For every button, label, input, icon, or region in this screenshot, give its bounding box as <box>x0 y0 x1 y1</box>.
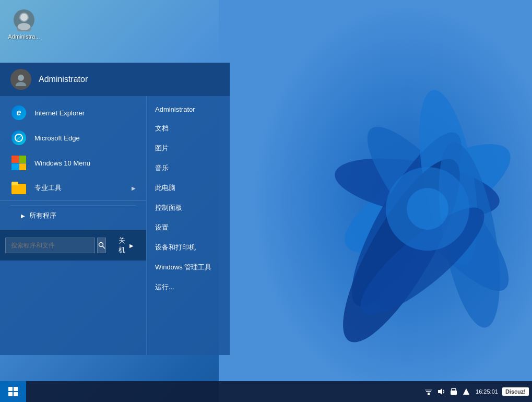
svg-rect-23 <box>14 392 18 396</box>
right-item-wintools[interactable]: Windows 管理工具 <box>147 257 230 277</box>
menu-item-edge[interactable]: Microsoft Edge <box>0 125 146 150</box>
left-column: e Internet Explorer Microsoft Edge <box>0 96 146 355</box>
bottom-bar: 关机 ▶ <box>0 230 146 261</box>
right-item-controlpanel[interactable]: 控制面板 <box>147 198 230 218</box>
user-header[interactable]: Administrator <box>0 63 230 96</box>
svg-point-15 <box>18 23 30 30</box>
menu-item-ie[interactable]: e Internet Explorer <box>0 100 146 125</box>
menu-item-win10menu[interactable]: Windows 10 Menu <box>0 150 146 175</box>
shutdown-arrow-icon: ▶ <box>129 243 134 249</box>
admin-avatar-icon <box>11 7 37 32</box>
svg-rect-21 <box>14 387 18 391</box>
shutdown-button[interactable]: 关机 ▶ <box>111 233 141 257</box>
svg-point-14 <box>20 14 28 21</box>
admin-icon-label: Administra... <box>8 33 40 40</box>
right-controlpanel-label: 控制面板 <box>155 203 182 212</box>
win10menu-label: Windows 10 Menu <box>34 159 136 167</box>
right-devices-label: 设备和打印机 <box>155 243 196 252</box>
svg-rect-22 <box>8 392 13 396</box>
user-name-label: Administrator <box>39 75 88 84</box>
desktop-wallpaper <box>219 0 532 402</box>
svg-rect-25 <box>426 391 431 392</box>
all-programs-arrow-icon: ▶ <box>21 213 25 219</box>
desktop-icon-admin[interactable]: Administra... <box>3 5 45 42</box>
all-programs-label: 所有程序 <box>29 211 56 220</box>
discuz-badge[interactable]: Discuz! <box>502 387 529 396</box>
tray-notification-icon[interactable] <box>461 386 471 397</box>
tray-security-icon[interactable] <box>448 386 459 397</box>
svg-rect-29 <box>451 391 457 395</box>
right-pictures-label: 图片 <box>155 144 169 153</box>
right-item-devices[interactable]: 设备和打印机 <box>147 238 230 257</box>
svg-line-19 <box>102 246 105 249</box>
tools-arrow-icon: ▶ <box>132 185 136 191</box>
edge-icon <box>10 129 27 146</box>
right-column: Administrator 文档 图片 音乐 此电脑 控制面板 <box>146 96 230 355</box>
search-input[interactable] <box>5 238 95 253</box>
svg-point-16 <box>18 75 24 81</box>
right-computer-label: 此电脑 <box>155 183 175 193</box>
menu-item-tools[interactable]: 专业工具 ▶ <box>0 175 146 200</box>
svg-rect-20 <box>8 387 13 391</box>
tray-network-icon[interactable] <box>423 386 434 397</box>
svg-rect-24 <box>428 393 430 395</box>
desktop: Administra... Administrator <box>0 0 532 402</box>
win10menu-icon <box>10 155 27 171</box>
tools-folder-icon <box>10 180 27 196</box>
search-button[interactable] <box>97 238 106 253</box>
start-button[interactable] <box>0 381 26 402</box>
all-programs-button[interactable]: ▶ 所有程序 <box>10 205 136 226</box>
right-run-label: 运行... <box>155 282 174 292</box>
right-music-label: 音乐 <box>155 163 169 173</box>
right-item-music[interactable]: 音乐 <box>147 158 230 178</box>
right-item-settings[interactable]: 设置 <box>147 218 230 238</box>
taskbar-right: 16:25:01 Discuz! <box>423 386 532 397</box>
start-menu: Administrator e Internet Explorer <box>0 63 230 355</box>
shutdown-label: 关机 <box>119 236 125 255</box>
svg-point-17 <box>16 82 26 86</box>
right-item-computer[interactable]: 此电脑 <box>147 178 230 198</box>
tools-label: 专业工具 <box>34 183 132 193</box>
menu-content: e Internet Explorer Microsoft Edge <box>0 96 230 355</box>
taskbar: 16:25:01 Discuz! <box>0 381 532 402</box>
right-settings-label: 设置 <box>155 223 169 232</box>
ie-label: Internet Explorer <box>34 109 136 117</box>
svg-rect-26 <box>425 389 432 391</box>
svg-point-10 <box>407 188 448 230</box>
taskbar-time: 16:25:01 <box>474 388 500 395</box>
right-item-admin[interactable]: Administrator <box>147 100 230 119</box>
right-item-documents[interactable]: 文档 <box>147 119 230 138</box>
right-wintools-label: Windows 管理工具 <box>155 263 211 272</box>
tray-volume-icon[interactable] <box>436 386 446 397</box>
user-avatar <box>10 69 31 90</box>
svg-point-18 <box>99 243 103 247</box>
right-item-run[interactable]: 运行... <box>147 277 230 297</box>
edge-label: Microsoft Edge <box>34 134 136 142</box>
right-item-pictures[interactable]: 图片 <box>147 138 230 158</box>
all-programs-row: ▶ 所有程序 <box>0 200 146 230</box>
right-documents-label: 文档 <box>155 124 169 133</box>
ie-icon: e <box>10 104 27 121</box>
right-admin-label: Administrator <box>155 105 195 113</box>
svg-marker-27 <box>438 388 442 395</box>
